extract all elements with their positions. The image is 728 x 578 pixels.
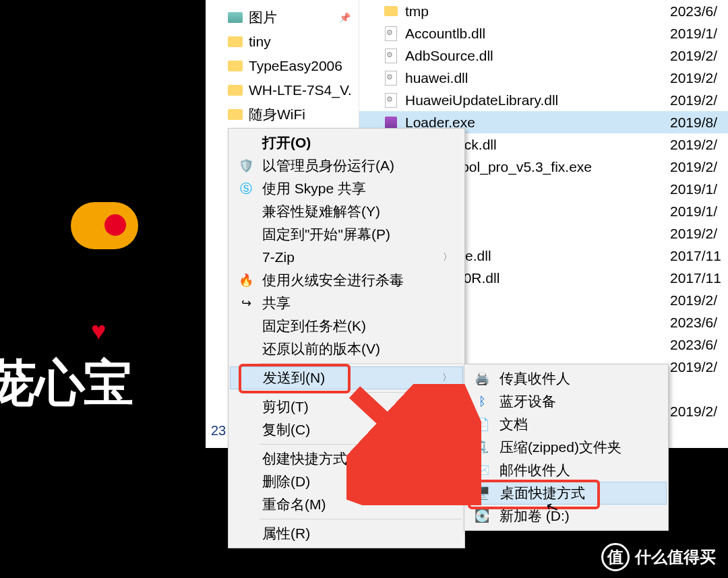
file-date: 2019/1/ [670,181,728,197]
heart-icon: ♥ [91,317,107,346]
menu-restore-previous[interactable]: 还原以前的版本(V) [230,338,463,360]
menu-separator [260,444,462,445]
file-name: huawei.dll [405,70,468,86]
menu-rename[interactable]: 重命名(M) [230,493,463,516]
menu-compat-troubleshoot[interactable]: 兼容性疑难解答(Y) [230,200,463,223]
fax-icon: 🖨️ [474,371,490,387]
file-date: 2017/11 [670,248,728,264]
sidebar-item[interactable]: 图片 [206,5,359,30]
menu-separator [260,519,462,519]
menu-delete[interactable]: 删除(D) [230,470,463,493]
sidebar-item-label: tiny [249,34,271,50]
file-name: AdbSource.dll [405,48,493,64]
sendto-submenu: 🖨️传真收件人 ᛒ蓝牙设备 📄文档 🗜️压缩(zipped)文件夹 ✉️邮件收件… [464,364,669,531]
file-row[interactable]: HuaweiUpdateLibrary.dll2019/2/ [359,89,728,111]
shield-icon: 🛡️ [238,158,254,174]
folder-icon [227,35,243,49]
file-date: 2023/6/ [670,315,728,331]
logo-text: 茏心宝 [0,350,132,418]
share-icon: ↪ [238,295,254,311]
sendto-documents[interactable]: 📄文档 [466,413,667,436]
menu-send-to[interactable]: 发送到(N)〉 [230,366,463,389]
menu-create-shortcut[interactable]: 创建快捷方式(S) [230,447,463,470]
file-date: 2019/2/ [670,137,728,153]
file-row[interactable]: huawei.dll2019/2/ [359,67,728,89]
file-row[interactable]: AdbSource.dll2019/2/ [359,44,728,67]
watermark-icon: 值 [601,543,630,571]
sendto-new-volume[interactable]: 💽新加卷 (D:) [466,505,667,527]
file-name: tmp [405,3,429,20]
sendto-zipped[interactable]: 🗜️压缩(zipped)文件夹 [466,436,667,459]
dll-icon [384,49,398,63]
folder-icon [227,11,243,24]
watermark: 值 什么值得买 [601,543,716,571]
menu-7zip[interactable]: 7-Zip〉 [230,246,463,269]
chevron-right-icon: 〉 [443,251,452,263]
file-date: 2019/1/ [670,203,728,220]
file-name: HuaweiUpdateLibrary.dll [405,92,558,108]
drive-icon: 💽 [474,508,490,524]
folder-icon [227,84,243,97]
file-date: 2023/6/ [670,337,728,353]
item-count: 23 [207,419,230,443]
sendto-bluetooth[interactable]: ᛒ蓝牙设备 [466,390,667,413]
sidebar-item-label: 图片 [249,8,277,27]
chevron-right-icon: 〉 [442,372,452,384]
file-row[interactable]: Accountlb.dll2019/1/ [359,22,728,44]
sendto-desktop-shortcut[interactable]: 🖥️桌面快捷方式 [466,482,667,505]
logo-pupil [104,214,126,236]
zip-icon: 🗜️ [474,439,490,455]
file-row[interactable]: tmp2023/6/ [359,0,728,22]
mail-icon: ✉️ [474,462,490,478]
context-menu: 打开(O) 🛡️以管理员身份运行(A) Ⓢ使用 Skype 共享 兼容性疑难解答… [228,128,465,548]
file-date: 2019/2/ [670,359,728,375]
sidebar-item-label: 随身WiFi [249,105,305,124]
sidebar-item[interactable]: WH-LTE-7S4_V. [206,78,359,102]
folder-icon [384,4,398,19]
file-date: 2017/11 [670,270,728,286]
fire-icon: 🔥 [238,272,254,288]
menu-run-as-admin[interactable]: 🛡️以管理员身份运行(A) [230,154,463,177]
sendto-mail[interactable]: ✉️邮件收件人 [466,459,667,482]
watermark-text: 什么值得买 [635,546,716,568]
file-name: Accountlb.dll [405,26,485,42]
menu-separator [260,392,462,393]
file-date: 2019/2/ [670,70,728,86]
folder-icon [227,108,243,121]
file-date: 2019/8/ [670,115,728,131]
desktop-icon: 🖥️ [475,485,491,501]
file-date: 2019/2/ [670,159,728,175]
menu-pin-taskbar[interactable]: 固定到任务栏(K) [230,315,463,338]
menu-open[interactable]: 打开(O) [230,131,463,154]
menu-pin-start[interactable]: 固定到"开始"屏幕(P) [230,223,463,246]
file-date: 2023/6/ [670,3,728,20]
menu-properties[interactable]: 属性(R) [230,522,463,545]
sidebar-item-label: WH-LTE-7S4_V. [249,82,352,98]
file-date: 2019/2/ [670,226,728,242]
desktop-background: ♥ 茏心宝 [0,0,206,578]
sidebar-item[interactable]: tiny [206,30,359,54]
sendto-fax[interactable]: 🖨️传真收件人 [466,367,667,390]
menu-share[interactable]: ↪共享 [230,292,463,315]
folder-icon [227,59,243,73]
sidebar-item-label: TypeEasy2006 [249,58,342,74]
menu-cut[interactable]: 剪切(T) [230,395,463,418]
bluetooth-icon: ᛒ [474,393,490,410]
documents-icon: 📄 [474,416,490,432]
file-date: 2019/1/ [670,26,728,42]
menu-skype-share[interactable]: Ⓢ使用 Skype 共享 [230,177,463,200]
file-date: 2019/2/ [670,292,728,309]
dll-icon [384,93,398,108]
sidebar-item[interactable]: 随身WiFi [206,102,359,127]
skype-icon: Ⓢ [238,181,254,197]
dll-icon [384,26,398,41]
logo-eye [71,202,138,249]
dll-icon [384,71,398,86]
menu-copy[interactable]: 复制(C) [230,418,463,441]
sidebar-item[interactable]: TypeEasy2006 [206,54,359,78]
menu-antivirus[interactable]: 🔥使用火绒安全进行杀毒 [230,269,463,292]
menu-separator [260,363,462,364]
file-date: 2019/2/ [670,404,728,420]
file-date: 2019/2/ [670,48,728,64]
file-date: 2019/2/ [670,92,728,108]
